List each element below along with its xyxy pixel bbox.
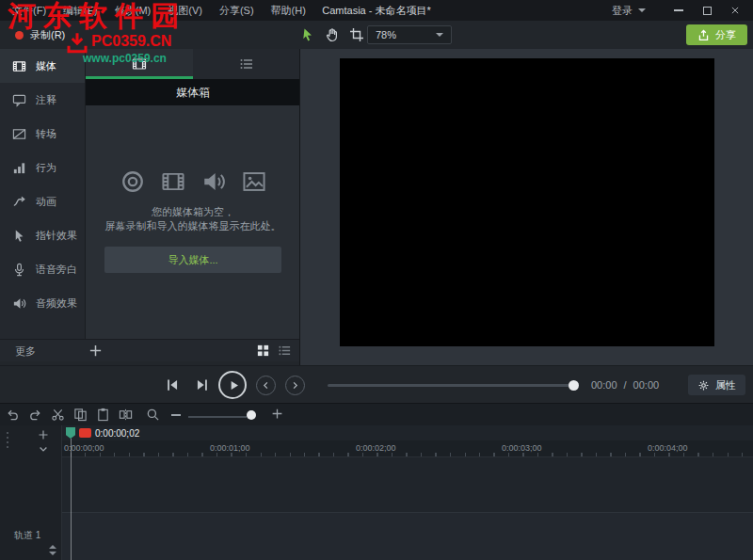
chevron-down-icon	[638, 8, 646, 12]
chevron-left-icon	[261, 380, 271, 391]
view-toggles	[256, 344, 292, 358]
step-back-button[interactable]	[164, 376, 181, 393]
add-button[interactable]	[88, 344, 103, 358]
sidebar-item-label: 媒体	[36, 59, 56, 73]
menu-item[interactable]: 分享(S)	[211, 4, 263, 18]
menu-item[interactable]: 视图(V)	[159, 4, 211, 18]
share-label: 分享	[715, 28, 736, 42]
timeline-edit-icons	[6, 408, 133, 422]
minimize-button[interactable]	[665, 0, 693, 21]
sidebar-item-transition[interactable]: 转场	[0, 117, 85, 151]
minimize-icon	[674, 9, 683, 11]
zoom-in-button[interactable]	[271, 408, 283, 420]
play-icon	[228, 379, 240, 392]
empty-state-line1: 您的媒体箱为空，	[86, 205, 300, 219]
canvas-area	[299, 49, 753, 365]
tab-library[interactable]	[193, 49, 300, 79]
sidebar-item-animation[interactable]: 动画	[0, 184, 85, 218]
maximize-button[interactable]	[693, 0, 721, 21]
canvas-zoom-select[interactable]: 78%	[367, 25, 452, 44]
sidebar-item-annotation[interactable]: 注释	[0, 83, 85, 117]
share-icon	[697, 29, 710, 41]
speaker-icon	[201, 169, 226, 194]
empty-state-line2: 屏幕录制和导入的媒体将显示在此处。	[86, 219, 300, 233]
copy-button[interactable]	[73, 408, 88, 422]
login-menu[interactable]: 登录	[612, 0, 646, 21]
maximize-icon	[703, 7, 712, 15]
tool-crop[interactable]	[346, 24, 366, 44]
empty-state-icons	[86, 169, 300, 194]
add-track-button[interactable]	[38, 429, 49, 440]
media-icon	[132, 56, 147, 72]
step-forward-button[interactable]	[194, 376, 211, 393]
list-view-button[interactable]	[278, 344, 292, 358]
previous-button[interactable]	[256, 376, 276, 395]
sidebar-item-label: 语音旁白	[36, 263, 77, 277]
tool-pan-hand[interactable]	[322, 24, 342, 44]
timeline-zoom-slider[interactable]	[188, 416, 247, 418]
tab-media-bin[interactable]	[86, 49, 193, 79]
gutter-drag-handle[interactable]	[7, 432, 8, 448]
close-button[interactable]	[721, 0, 749, 21]
sidebar-item-label: 指针效果	[36, 229, 77, 243]
ruler-tick-label: 0:00:01;00	[210, 443, 250, 453]
sidebar-item-label: 音频效果	[36, 296, 77, 311]
grid-view-button[interactable]	[256, 344, 270, 358]
crop-icon	[349, 27, 364, 42]
timeline-ruler[interactable]: 0:00:00;000:00:01;000:00:02;000:00:03;00…	[62, 440, 753, 457]
media-icon	[12, 59, 26, 73]
window-controls	[665, 0, 749, 21]
panel-bottom-bar: 更多	[0, 339, 299, 361]
playhead[interactable]: 0:00:00;02	[66, 427, 139, 439]
sidebar-item-media[interactable]: 媒体	[0, 49, 85, 83]
time-separator: /	[624, 379, 627, 391]
menu-item[interactable]: 修改(M)	[106, 4, 160, 18]
zoom-out-button[interactable]	[171, 414, 181, 416]
chevron-down-icon	[436, 33, 443, 37]
play-button[interactable]	[218, 371, 247, 399]
selection-out-handle[interactable]	[79, 428, 91, 438]
share-button[interactable]: 分享	[686, 24, 747, 45]
pan-hand-icon	[325, 27, 340, 42]
media-panel-tabs	[86, 49, 300, 79]
paste-button[interactable]	[96, 408, 110, 422]
menu-item[interactable]: 文件(F)	[4, 4, 55, 18]
ruler-tick-label: 0:00:04;00	[648, 443, 688, 453]
playhead-handle[interactable]	[66, 427, 75, 439]
track-1-lane[interactable]	[62, 512, 753, 560]
menu-item[interactable]: 帮助(H)	[263, 4, 314, 18]
import-media-button[interactable]: 导入媒体...	[104, 247, 281, 273]
undo-button[interactable]	[6, 408, 20, 422]
media-panel: 媒体箱 您的媒体箱为空， 屏幕录制和导入的媒体将显示在此处。 导入媒体...	[85, 49, 299, 339]
annotation-icon	[12, 93, 26, 107]
record-dot-icon	[15, 31, 24, 40]
track-size-control[interactable]	[49, 545, 56, 555]
chevron-up-icon	[49, 545, 56, 549]
sidebar-item-behavior[interactable]: 行为	[0, 151, 85, 184]
seek-slider[interactable]	[328, 384, 578, 387]
redo-button[interactable]	[28, 408, 42, 422]
chevron-right-icon	[290, 380, 300, 391]
sidebar-item-voice-narration[interactable]: 语音旁白	[0, 252, 85, 286]
playhead-line	[71, 439, 72, 560]
preview-stage[interactable]	[340, 58, 714, 346]
tool-select-arrow[interactable]	[297, 24, 317, 44]
sidebar-item-cursor-effects[interactable]: 指针效果	[0, 218, 85, 252]
properties-button[interactable]: 属性	[688, 375, 745, 395]
split-button[interactable]	[119, 408, 133, 422]
film-icon	[161, 169, 185, 194]
gear-icon	[697, 379, 710, 392]
magnifier-icon[interactable]	[146, 408, 160, 422]
next-button[interactable]	[285, 376, 305, 395]
seek-handle[interactable]	[569, 380, 579, 391]
record-button[interactable]: 录制(R)	[15, 25, 65, 44]
sidebar-item-audio-effects[interactable]: 音频效果	[0, 286, 85, 320]
menu-item[interactable]: 编辑(E)	[55, 4, 106, 18]
cut-button[interactable]	[51, 408, 65, 422]
timeline-zoom-handle[interactable]	[247, 410, 256, 420]
timeline-empty-area[interactable]	[62, 457, 753, 512]
behavior-icon	[12, 161, 26, 175]
chevron-down-icon[interactable]	[38, 443, 49, 455]
close-icon	[730, 6, 740, 15]
image-icon	[242, 169, 266, 194]
